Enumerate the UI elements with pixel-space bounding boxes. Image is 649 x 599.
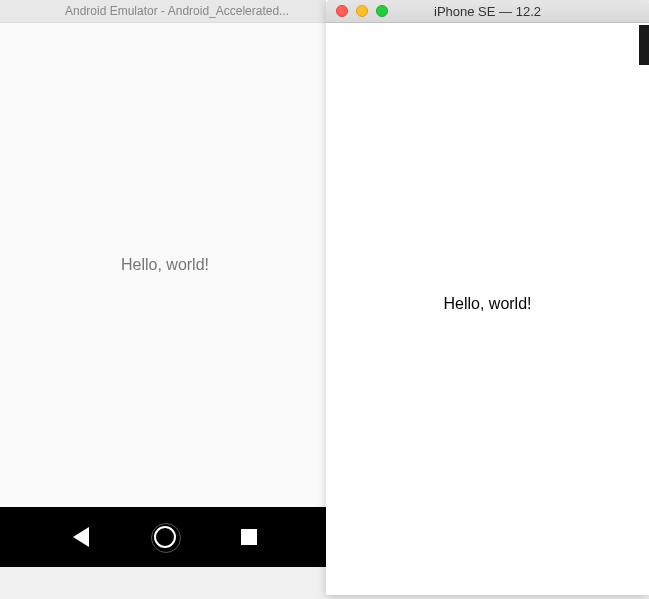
back-icon[interactable] — [73, 527, 89, 547]
home-icon[interactable] — [154, 526, 176, 548]
close-icon[interactable] — [336, 5, 348, 17]
recent-apps-icon[interactable] — [241, 529, 257, 545]
ios-window-titlebar[interactable]: iPhone SE — 12.2 — [326, 0, 649, 23]
device-frame-edge — [639, 25, 649, 65]
minimize-icon[interactable] — [356, 5, 368, 17]
ios-simulator-window: iPhone SE — 12.2 Hello, world! — [326, 0, 649, 595]
ios-screen[interactable]: Hello, world! — [326, 23, 649, 595]
maximize-icon[interactable] — [376, 5, 388, 17]
window-controls — [326, 5, 388, 17]
android-screen[interactable]: Hello, world! — [0, 23, 330, 507]
android-navigation-bar — [0, 507, 330, 567]
android-window-title: Android Emulator - Android_Accelerated..… — [0, 0, 330, 23]
android-emulator-window: Android Emulator - Android_Accelerated..… — [0, 0, 330, 567]
android-hello-text: Hello, world! — [121, 256, 209, 274]
ios-hello-text: Hello, world! — [443, 295, 531, 313]
